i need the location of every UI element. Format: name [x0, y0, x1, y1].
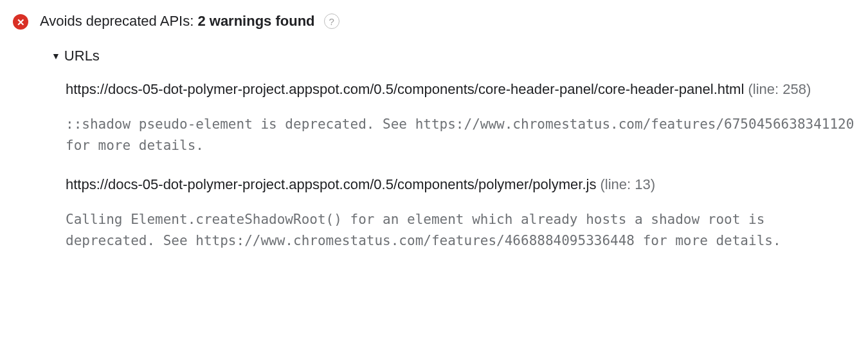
- chevron-down-icon: ▼: [51, 51, 60, 61]
- audit-header: Avoids deprecated APIs: 2 warnings found…: [40, 13, 855, 30]
- audit-title-bold: 2 warnings found: [197, 13, 314, 29]
- line-info: (line: 258): [748, 81, 811, 97]
- audit-details: ▼ URLs https://docs-05-dot-polymer-proje…: [51, 48, 855, 251]
- url-list: https://docs-05-dot-polymer-project.apps…: [66, 78, 855, 251]
- url-line: https://docs-05-dot-polymer-project.apps…: [66, 174, 855, 195]
- url-entry: https://docs-05-dot-polymer-project.apps…: [66, 78, 855, 156]
- details-section-label: URLs: [64, 48, 100, 64]
- fail-icon: [13, 14, 28, 30]
- url-line: https://docs-05-dot-polymer-project.apps…: [66, 78, 855, 100]
- deprecation-message: ::shadow pseudo-element is deprecated. S…: [66, 114, 855, 156]
- url-entry: https://docs-05-dot-polymer-project.apps…: [66, 174, 855, 251]
- audit-item: Avoids deprecated APIs: 2 warnings found…: [13, 13, 855, 269]
- deprecation-message: Calling Element.createShadowRoot() for a…: [66, 209, 855, 251]
- help-icon[interactable]: ?: [324, 14, 339, 29]
- audit-title: Avoids deprecated APIs: 2 warnings found: [40, 13, 315, 30]
- url-text: https://docs-05-dot-polymer-project.apps…: [66, 81, 744, 97]
- line-info: (line: 13): [601, 176, 656, 192]
- audit-content: Avoids deprecated APIs: 2 warnings found…: [40, 13, 855, 269]
- url-text: https://docs-05-dot-polymer-project.apps…: [66, 176, 596, 192]
- details-toggle[interactable]: ▼ URLs: [51, 48, 855, 64]
- audit-title-prefix: Avoids deprecated APIs:: [40, 13, 197, 29]
